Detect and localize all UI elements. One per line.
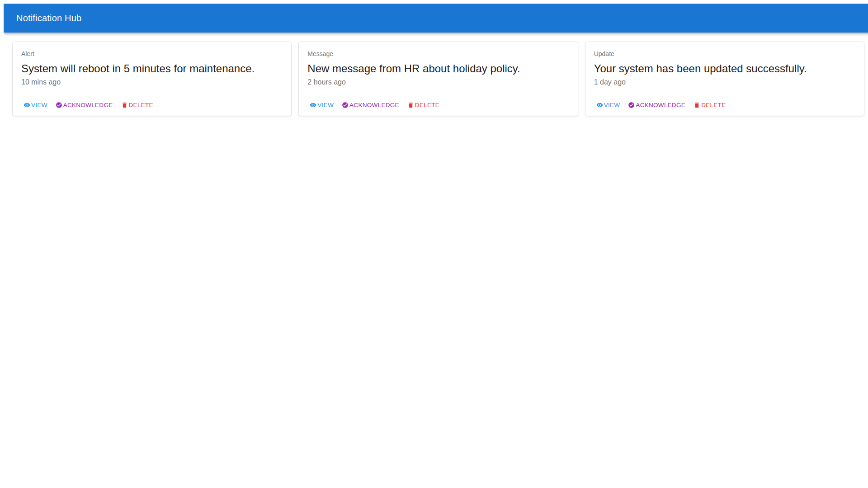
trash-icon <box>693 102 700 108</box>
delete-button-label: DELETE <box>701 102 726 108</box>
card-actions: VIEW ACKNOWLEDGE DELETE <box>21 100 283 110</box>
check-circle-icon <box>342 102 349 108</box>
notification-card: Alert System will reboot in 5 minutes fo… <box>12 42 292 116</box>
delete-button[interactable]: DELETE <box>119 100 156 110</box>
delete-button[interactable]: DELETE <box>691 100 728 110</box>
notification-title: New message from HR about holiday policy… <box>307 62 569 75</box>
acknowledge-button[interactable]: ACKNOWLEDGE <box>340 100 401 110</box>
acknowledge-button[interactable]: ACKNOWLEDGE <box>53 100 115 110</box>
acknowledge-button-label: ACKNOWLEDGE <box>636 102 685 108</box>
view-button-label: VIEW <box>31 102 47 108</box>
notification-category: Alert <box>21 50 283 57</box>
acknowledge-button-label: ACKNOWLEDGE <box>349 102 399 108</box>
eye-icon <box>596 102 603 108</box>
notification-title: Your system has been updated successfull… <box>594 62 855 75</box>
notification-timestamp: 2 hours ago <box>307 78 569 86</box>
acknowledge-button-label: ACKNOWLEDGE <box>63 102 113 108</box>
notification-timestamp: 10 mins ago <box>21 78 283 86</box>
notification-card: Update Your system has been updated succ… <box>585 42 864 116</box>
card-actions: VIEW ACKNOWLEDGE DELETE <box>307 100 569 110</box>
trash-icon <box>121 102 128 108</box>
trash-icon <box>407 102 414 108</box>
app-bar: Notification Hub <box>4 4 868 33</box>
card-actions: VIEW ACKNOWLEDGE DELETE <box>594 100 855 110</box>
notification-category: Message <box>307 50 569 57</box>
notification-grid: Alert System will reboot in 5 minutes fo… <box>4 42 868 116</box>
view-button[interactable]: VIEW <box>594 100 623 110</box>
notification-category: Update <box>594 50 855 57</box>
delete-button-label: DELETE <box>415 102 439 108</box>
check-circle-icon <box>628 102 635 108</box>
notification-timestamp: 1 day ago <box>594 78 855 86</box>
delete-button-label: DELETE <box>129 102 153 108</box>
page-title: Notification Hub <box>16 13 81 23</box>
view-button[interactable]: VIEW <box>307 100 336 110</box>
check-circle-icon <box>56 102 62 108</box>
view-button[interactable]: VIEW <box>21 100 50 110</box>
view-button-label: VIEW <box>604 102 620 108</box>
eye-icon <box>310 102 316 108</box>
eye-icon <box>24 102 30 108</box>
view-button-label: VIEW <box>317 102 334 108</box>
acknowledge-button[interactable]: ACKNOWLEDGE <box>626 100 688 110</box>
notification-title: System will reboot in 5 minutes for main… <box>21 62 283 75</box>
delete-button[interactable]: DELETE <box>405 100 442 110</box>
notification-card: Message New message from HR about holida… <box>298 42 578 116</box>
